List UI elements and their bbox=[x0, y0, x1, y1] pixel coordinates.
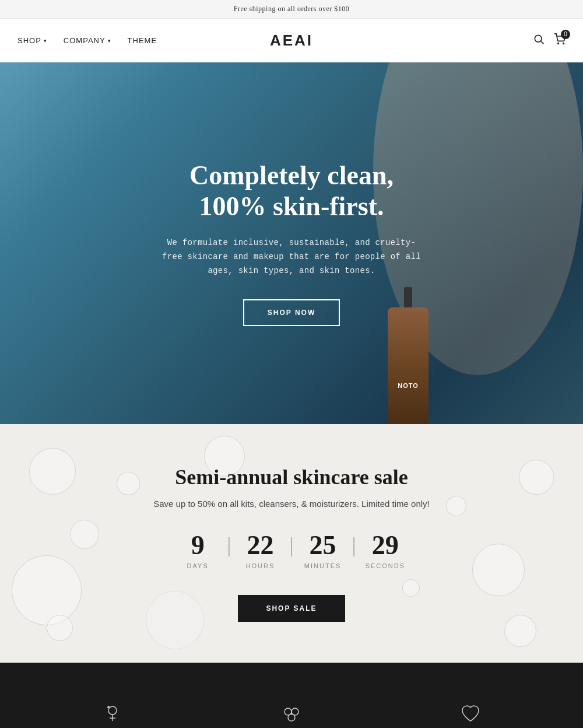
gender-fluid-icon bbox=[31, 704, 194, 728]
countdown-minutes: 25 MINUTES bbox=[300, 532, 346, 569]
countdown-days: 9 DAYS bbox=[174, 532, 221, 569]
svg-point-0 bbox=[535, 35, 542, 42]
minutes-label: MINUTES bbox=[300, 562, 346, 569]
hero-subtitle: We formulate inclusive, sustainable, and… bbox=[157, 236, 426, 278]
countdown-hours: 22 HOURS bbox=[237, 532, 283, 569]
hero-section: NOTO Completely clean, 100% skin-first. … bbox=[0, 62, 583, 424]
site-logo[interactable]: AEAI bbox=[270, 32, 313, 50]
theme-label: THEME bbox=[128, 36, 157, 45]
cart-count: 0 bbox=[561, 30, 570, 39]
hero-title: Completely clean, 100% skin-first. bbox=[157, 160, 426, 222]
days-label: DAYS bbox=[174, 562, 221, 569]
shop-label: SHOP bbox=[17, 36, 41, 45]
search-button[interactable] bbox=[533, 33, 545, 48]
svg-point-3 bbox=[563, 43, 564, 44]
hero-content: Completely clean, 100% skin-first. We fo… bbox=[146, 160, 437, 326]
sale-cta-button[interactable]: SHOP SALE bbox=[238, 595, 345, 622]
cart-button[interactable]: 0 bbox=[554, 33, 566, 48]
company-chevron-icon: ▾ bbox=[108, 38, 111, 44]
countdown-seconds: 29 SECONDS bbox=[362, 532, 409, 569]
shop-nav-item[interactable]: SHOP ▾ bbox=[17, 36, 47, 45]
hours-value: 22 bbox=[237, 532, 283, 559]
company-nav-item[interactable]: COMPANY ▾ bbox=[64, 36, 111, 45]
seconds-value: 29 bbox=[362, 532, 409, 559]
navigation: SHOP ▾ COMPANY ▾ THEME AEAI 0 bbox=[0, 19, 583, 62]
feature-gender-fluid: Gender fluid Skincare and makeup made fo… bbox=[31, 704, 194, 728]
announcement-text: Free shipping on all orders over $100 bbox=[234, 5, 349, 13]
theme-nav-item[interactable]: THEME bbox=[128, 36, 157, 45]
features-section: Gender fluid Skincare and makeup made fo… bbox=[0, 663, 583, 728]
svg-point-12 bbox=[288, 714, 295, 721]
nav-right: 0 bbox=[533, 33, 566, 48]
sale-section: Semi-annual skincare sale Save up to 50%… bbox=[0, 424, 583, 663]
hero-cta-button[interactable]: SHOP NOW bbox=[243, 299, 340, 326]
separator-2: | bbox=[283, 534, 299, 555]
shop-chevron-icon: ▾ bbox=[44, 38, 47, 44]
separator-3: | bbox=[346, 534, 362, 555]
feature-multi-use: Multi-use Get the most out of a single p… bbox=[210, 704, 373, 728]
hours-label: HOURS bbox=[237, 562, 283, 569]
countdown-timer: 9 DAYS | 22 HOURS | 25 MINUTES | 29 SECO… bbox=[17, 532, 566, 569]
sale-subtitle: Save up to 50% on all kits, cleansers, &… bbox=[17, 499, 566, 509]
separator-1: | bbox=[221, 534, 237, 555]
company-label: COMPANY bbox=[64, 36, 106, 45]
days-value: 9 bbox=[174, 532, 221, 559]
svg-line-1 bbox=[541, 41, 544, 44]
feature-pure-ingredients: Pure ingredients Sustainable, vegan and … bbox=[389, 704, 552, 728]
multi-use-icon bbox=[210, 704, 373, 728]
heart-icon bbox=[389, 704, 552, 728]
seconds-label: SECONDS bbox=[362, 562, 409, 569]
sale-title: Semi-annual skincare sale bbox=[17, 465, 566, 489]
minutes-value: 25 bbox=[300, 532, 346, 559]
announcement-bar: Free shipping on all orders over $100 bbox=[0, 0, 583, 19]
nav-left: SHOP ▾ COMPANY ▾ THEME bbox=[17, 36, 157, 45]
bottle-text: NOTO bbox=[398, 382, 419, 389]
svg-point-2 bbox=[558, 43, 559, 44]
